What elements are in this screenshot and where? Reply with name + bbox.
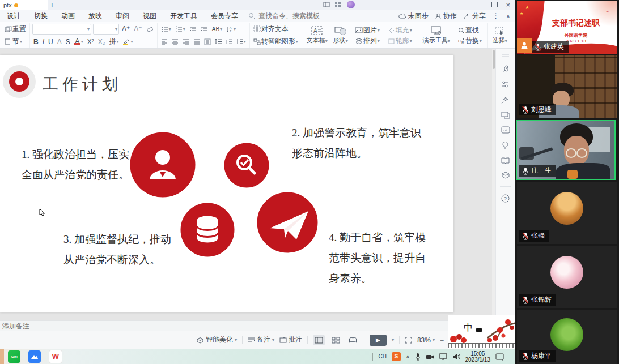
text-box-button[interactable]: A 文本框▾ [304,25,330,45]
play-options-caret[interactable]: ▾ [392,337,394,342]
present-tools-button[interactable]: 演示工具▾ [421,25,452,45]
participant-tile-zhangqiang[interactable]: 张强 [517,182,617,244]
slideshow-play-button[interactable]: ▶ [370,335,387,346]
layout-toggle-icon[interactable] [323,1,330,7]
slide-point-4[interactable]: 4. 勤于自省，筑牢模范带头意识，提升自身素养。 [329,228,431,289]
participant-tile-zhuang-speaking[interactable]: 庄三生 [516,120,616,180]
maximize-button[interactable] [491,2,498,7]
tab-slideshow[interactable]: 放映 [82,10,109,22]
text-direction-button[interactable]: AB▾ [211,25,223,33]
command-search-input[interactable] [257,11,328,20]
sort-text-button[interactable]: AZ ▾ [225,25,237,33]
show-desktop-button[interactable] [510,349,512,364]
sorter-view-button[interactable] [330,335,342,345]
collapse-ribbon-button[interactable]: ∧ [506,13,510,19]
minimize-button[interactable]: ─ [479,1,484,8]
notes-toggle-button[interactable]: 备注 ▾ [248,335,274,345]
title-bullseye-icon[interactable] [3,65,36,98]
slide-title[interactable]: 工作计划 [43,74,122,95]
help-icon[interactable]: ? [501,194,510,203]
presenter-badge[interactable] [517,38,532,53]
tab-member[interactable]: 会员专享 [204,10,245,22]
panel-handle-icon[interactable] [502,54,510,58]
numbered-list-button[interactable]: ▾ [174,25,186,33]
camera-tray-icon[interactable] [426,354,434,359]
reference-book-icon[interactable] [501,157,510,164]
line-options-button[interactable]: ▾ [235,38,247,45]
display-tray-icon[interactable] [439,353,447,360]
bullet-list-button[interactable]: ▾ [160,25,172,33]
participant-tile-liu[interactable]: 刘恩峰 [517,55,617,118]
superscript-button[interactable]: X² [86,37,95,46]
slide-point-3[interactable]: 3. 加强监督执纪，推动从严治党不断深入。 [63,229,172,270]
zoom-out-button[interactable]: − [440,336,444,344]
participant-tile-yang[interactable]: 杨康平 [517,310,617,364]
comments-button[interactable]: 批注 [279,335,302,345]
replace-button[interactable]: CB 替换▾ [457,36,483,46]
find-button[interactable]: 查找 [457,25,483,36]
shapes-button[interactable]: 形状▾ [331,25,350,45]
wps-app-icon[interactable]: W [49,350,62,363]
pinyin-guide-button[interactable]: 拼▾ [108,36,120,47]
subscript-button[interactable]: X₂ [97,37,107,46]
command-search[interactable] [248,11,328,20]
strikethrough-button[interactable]: S [65,37,71,46]
tray-expand-icon[interactable]: ∧ [406,354,410,359]
reading-view-button[interactable] [347,335,359,345]
resource-box-icon[interactable] [502,172,510,179]
tab-review[interactable]: 审阅 [109,10,136,22]
highlight-button[interactable]: ▾ [121,38,134,45]
taskbar-clock[interactable]: 15:05 2023/1/13 [465,350,491,363]
scrollbar-thumb[interactable] [493,50,495,69]
close-button[interactable]: × [506,1,510,9]
grid-toggle-icon[interactable] [334,1,341,7]
justify-button[interactable] [192,38,201,45]
share-button[interactable]: 分享 [464,11,486,21]
account-avatar[interactable] [347,1,355,8]
meeting-app-icon[interactable] [28,350,41,363]
italic-button[interactable]: I [41,37,45,46]
slide-point-2[interactable]: 2. 加强警示教育，筑牢意识形态前沿阵地。 [292,123,427,164]
increase-indent-button[interactable] [200,25,209,33]
settings-sliders-icon[interactable] [501,81,510,88]
reset-button[interactable]: 重置 [3,24,27,35]
clear-format-button[interactable] [145,25,155,33]
normal-view-button[interactable] [313,335,325,345]
document-tab[interactable]: ptx [0,0,48,10]
align-center-button[interactable] [171,38,180,45]
picture-button[interactable]: 图片▾ [354,25,381,36]
underline-button[interactable]: U [47,37,54,46]
distribute-button[interactable] [203,38,212,45]
new-tab-button[interactable]: + [50,1,54,9]
shared-screen-tile[interactable]: ★ ★ ~ ~ 支部书记述职 外国语学院 2023.1.13 张建英 [517,1,617,54]
bold-button[interactable]: B [32,37,40,46]
smart-beautify-button[interactable]: 智能美化 ▾ [196,335,237,345]
align-text-button[interactable]: 对齐文本 [252,24,299,35]
line-spacing-button[interactable] [214,38,223,45]
font-name-select[interactable]: ▾ [32,24,91,35]
more-menu-button[interactable]: ⋮ [493,12,499,20]
participant-tile-zhangjinhui[interactable]: 张锦辉 [517,246,617,308]
rocket-icon[interactable] [501,65,510,74]
char-spacing-button[interactable]: A [56,37,63,46]
align-right-button[interactable] [181,38,190,45]
tab-design[interactable]: 设计 [0,10,27,22]
fit-slide-button[interactable] [405,337,412,344]
speaker-tray-icon[interactable] [452,353,460,360]
font-size-select[interactable]: ▾ [93,24,119,35]
s-app-tray-icon[interactable]: S [392,352,401,361]
section-button[interactable]: 节 ▾ [3,36,27,47]
decrease-indent-button[interactable] [188,25,198,33]
tab-devtools[interactable]: 开发工具 [163,10,204,22]
microphone-tray-icon[interactable] [415,353,421,361]
sync-status[interactable]: 未同步 [398,11,429,21]
slide-layout-icon[interactable] [501,112,510,119]
select-button[interactable]: 选择▾ [490,26,510,45]
para-spacing-button[interactable] [224,38,234,45]
align-left-button[interactable] [160,38,169,45]
iqiyi-app-icon[interactable]: iQIYI [8,350,20,363]
decrease-font-button[interactable]: A⁻ [133,24,143,33]
outline-button[interactable]: 轮廓▾ [387,36,413,46]
fill-button[interactable]: 填充▾ [387,25,413,36]
input-method-indicator[interactable]: CH [378,353,386,359]
